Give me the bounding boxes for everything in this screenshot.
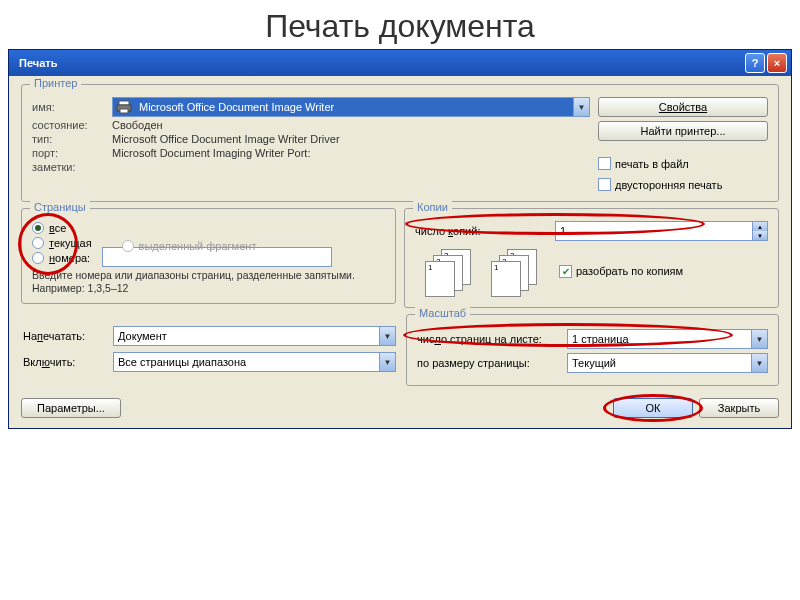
type-label: тип:: [32, 133, 112, 145]
close-dialog-button[interactable]: Закрыть: [699, 398, 779, 418]
dialog-title: Печать: [19, 57, 57, 69]
pages-per-sheet-dropdown[interactable]: 1 страница ▼: [567, 329, 768, 349]
chevron-down-icon[interactable]: ▼: [573, 98, 589, 116]
duplex-checkbox[interactable]: двусторонняя печать: [598, 178, 768, 191]
copies-legend: Копии: [413, 201, 452, 213]
print-what-value: Документ: [114, 330, 379, 342]
printer-name-dropdown[interactable]: Microsoft Office Document Image Writer ▼: [112, 97, 590, 117]
slide-title: Печать документа: [0, 0, 800, 49]
properties-button[interactable]: Свойства: [598, 97, 768, 117]
type-value: Microsoft Office Document Image Writer D…: [112, 133, 340, 145]
print-what-dropdown[interactable]: Документ ▼: [113, 326, 396, 346]
collate-checkbox[interactable]: ✔разобрать по копиям: [559, 265, 683, 278]
spinner-up-icon[interactable]: ▲: [753, 222, 767, 231]
pages-selection-label: выделенный фрагмент: [139, 240, 257, 252]
pages-numbers-label: номера:: [49, 252, 90, 264]
printer-name-value: Microsoft Office Document Image Writer: [135, 101, 573, 113]
help-button[interactable]: ?: [745, 53, 765, 73]
notes-label: заметки:: [32, 161, 112, 173]
pages-current-radio[interactable]: текущая: [32, 237, 92, 249]
pages-legend: Страницы: [30, 201, 90, 213]
fit-to-page-label: по размеру страницы:: [417, 357, 567, 369]
pages-selection-radio: выделенный фрагмент: [122, 240, 257, 252]
include-dropdown[interactable]: Все страницы диапазона ▼: [113, 352, 396, 372]
include-value: Все страницы диапазона: [114, 356, 379, 368]
print-dialog: Печать ? × Принтер имя: Microsoft Office…: [8, 49, 792, 429]
duplex-label: двусторонняя печать: [615, 179, 722, 191]
print-what-label: Напечатать:: [23, 330, 113, 342]
printer-icon: [113, 98, 135, 116]
scale-legend: Масштаб: [415, 307, 470, 319]
pages-per-sheet-label: число страниц на листе:: [417, 333, 567, 345]
fit-to-page-value: Текущий: [568, 357, 751, 369]
copies-count-spinner[interactable]: 1 ▲▼: [555, 221, 768, 241]
pages-current-label: текущая: [49, 237, 92, 249]
copies-count-value: 1: [556, 222, 752, 240]
printer-group: Принтер имя: Microsoft Office Document I…: [21, 84, 779, 202]
chevron-down-icon[interactable]: ▼: [379, 353, 395, 371]
fit-to-page-dropdown[interactable]: Текущий ▼: [567, 353, 768, 373]
copies-count-label: число копий:: [415, 225, 555, 237]
close-button[interactable]: ×: [767, 53, 787, 73]
pages-all-radio[interactable]: все: [32, 222, 92, 234]
pages-hint: Введите номера или диапазоны страниц, ра…: [32, 269, 385, 295]
printer-legend: Принтер: [30, 77, 81, 89]
svg-rect-0: [119, 101, 129, 105]
include-label: Включить:: [23, 356, 113, 368]
printer-name-label: имя:: [32, 101, 112, 113]
copies-group: Копии число копий: 1 ▲▼ 321 321 ✔ра: [404, 208, 779, 308]
chevron-down-icon[interactable]: ▼: [751, 354, 767, 372]
status-label: состояние:: [32, 119, 112, 131]
chevron-down-icon[interactable]: ▼: [751, 330, 767, 348]
titlebar: Печать ? ×: [9, 50, 791, 76]
pages-per-sheet-value: 1 страница: [568, 333, 751, 345]
pages-numbers-radio[interactable]: номера:: [32, 252, 92, 264]
port-value: Microsoft Document Imaging Writer Port:: [112, 147, 310, 159]
spinner-down-icon[interactable]: ▼: [753, 231, 767, 240]
ok-button[interactable]: ОК: [613, 398, 693, 418]
chevron-down-icon[interactable]: ▼: [379, 327, 395, 345]
pages-all-label: все: [49, 222, 66, 234]
svg-rect-2: [120, 109, 128, 113]
collate-illustration: 321 321: [425, 249, 539, 293]
print-to-file-checkbox[interactable]: печать в файл: [598, 157, 768, 170]
options-button[interactable]: Параметры...: [21, 398, 121, 418]
scale-group: Масштаб число страниц на листе: 1 страни…: [406, 314, 779, 386]
collate-label: разобрать по копиям: [576, 265, 683, 277]
print-to-file-label: печать в файл: [615, 158, 689, 170]
pages-group: Страницы все текущая номера: выделенный …: [21, 208, 396, 304]
find-printer-button[interactable]: Найти принтер...: [598, 121, 768, 141]
port-label: порт:: [32, 147, 112, 159]
status-value: Свободен: [112, 119, 163, 131]
